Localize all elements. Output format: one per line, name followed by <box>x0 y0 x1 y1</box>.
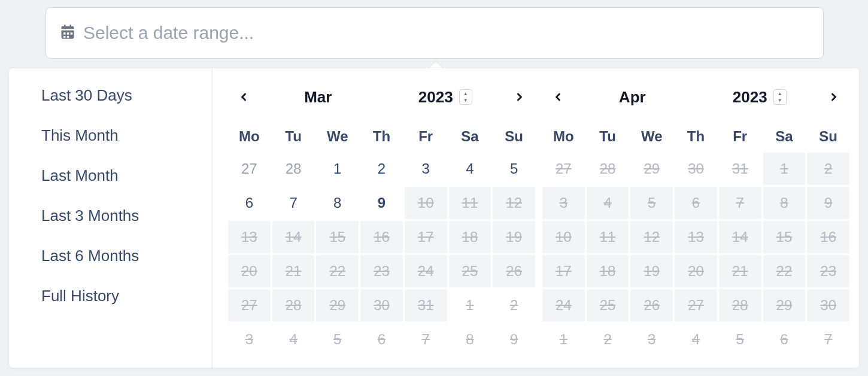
calendar-day: 21 <box>272 255 315 287</box>
calendar-day: 14 <box>272 221 315 253</box>
calendar-icon <box>59 23 76 43</box>
calendar-day: 29 <box>316 289 359 322</box>
calendar-day: 16 <box>807 221 849 253</box>
calendar-day: 27 <box>228 289 271 322</box>
day-of-week-header: Th <box>360 122 403 151</box>
calendar-day: 9 <box>807 187 849 219</box>
day-of-week-header: We <box>630 122 673 151</box>
preset-list: Last 30 Days This Month Last Month Last … <box>9 68 213 368</box>
calendar-panels: Mar 2023 ▲▼ MoTuWeThFrSaSu27281234567891… <box>213 68 859 368</box>
prev-month-button[interactable] <box>233 86 254 108</box>
calendar-day: 7 <box>807 323 849 356</box>
calendar-day: 6 <box>763 323 806 356</box>
calendar-day: 30 <box>360 289 403 322</box>
chevron-down-icon: ▼ <box>463 98 468 103</box>
preset-last-month[interactable]: Last Month <box>41 166 212 185</box>
calendar-day: 8 <box>763 187 806 219</box>
calendar-day[interactable]: 27 <box>228 153 271 185</box>
day-of-week-header: We <box>316 122 359 151</box>
preset-this-month[interactable]: This Month <box>41 126 212 145</box>
calendar-day: 2 <box>587 323 629 356</box>
calendar-day: 20 <box>228 255 271 287</box>
calendar-left-month[interactable]: Mar <box>254 88 382 107</box>
calendar-day: 24 <box>542 289 585 322</box>
calendar-day: 1 <box>449 289 491 322</box>
calendar-day[interactable]: 3 <box>405 153 447 185</box>
calendar-left-year: 2023 <box>418 88 453 107</box>
calendar-day: 16 <box>360 221 403 253</box>
preset-last-6-months[interactable]: Last 6 Months <box>41 247 212 265</box>
day-of-week-header: Tu <box>587 122 629 151</box>
calendar-day: 28 <box>272 289 315 322</box>
chevron-up-icon: ▲ <box>463 92 468 96</box>
calendar-day: 14 <box>719 221 761 253</box>
calendar-day: 29 <box>763 289 806 322</box>
day-of-week-header: Su <box>807 122 849 151</box>
calendar-day: 1 <box>763 153 806 185</box>
day-of-week-header: Fr <box>719 122 761 151</box>
calendar-day[interactable]: 6 <box>228 187 271 219</box>
calendar-day: 24 <box>405 255 447 287</box>
calendar-day: 25 <box>587 289 629 322</box>
calendar-day: 12 <box>493 187 535 219</box>
day-of-week-header: Su <box>493 122 535 151</box>
calendar-day: 12 <box>630 221 673 253</box>
calendar-day: 19 <box>630 255 673 287</box>
calendar-day: 7 <box>405 323 447 356</box>
calendar-day: 28 <box>719 289 761 322</box>
calendar-day: 20 <box>675 255 717 287</box>
calendar-day: 7 <box>719 187 761 219</box>
calendar-day: 26 <box>493 255 535 287</box>
calendar-day: 25 <box>449 255 491 287</box>
calendar-day: 6 <box>675 187 717 219</box>
next-month-button[interactable] <box>823 86 845 108</box>
calendar-day: 5 <box>316 323 359 356</box>
calendar-day: 5 <box>630 187 673 219</box>
day-of-week-header: Mo <box>228 122 271 151</box>
year-spinner-right[interactable]: ▲▼ <box>773 89 787 105</box>
day-of-week-header: Sa <box>449 122 491 151</box>
calendar-right-month[interactable]: Apr <box>569 88 696 107</box>
calendar-day: 10 <box>405 187 447 219</box>
calendar-day: 30 <box>807 289 849 322</box>
calendar-day: 21 <box>719 255 761 287</box>
calendar-day[interactable]: 4 <box>449 153 491 185</box>
calendar-day[interactable]: 1 <box>316 153 359 185</box>
calendar-left-grid: MoTuWeThFrSaSu27281234567891011121314151… <box>228 122 535 356</box>
calendar-day: 13 <box>228 221 271 253</box>
calendar-day: 11 <box>587 221 629 253</box>
calendar-day: 5 <box>719 323 761 356</box>
calendar-right: Apr 2023 ▲▼ MoTuWeThFrSaSu27282930311234… <box>539 81 853 368</box>
date-range-input[interactable]: Select a date range... <box>45 7 824 59</box>
calendar-day: 4 <box>675 323 717 356</box>
calendar-day: 1 <box>542 323 585 356</box>
calendar-day: 18 <box>587 255 629 287</box>
calendar-day: 22 <box>316 255 359 287</box>
year-spinner-left[interactable]: ▲▼ <box>459 89 472 105</box>
calendar-left: Mar 2023 ▲▼ MoTuWeThFrSaSu27281234567891… <box>224 81 539 368</box>
calendar-day[interactable]: 2 <box>360 153 403 185</box>
prev-month-button-right[interactable] <box>547 86 569 108</box>
calendar-day: 30 <box>675 153 717 185</box>
calendar-day: 23 <box>360 255 403 287</box>
calendar-day: 18 <box>449 221 491 253</box>
day-of-week-header: Sa <box>763 122 806 151</box>
calendar-day[interactable]: 9 <box>360 187 403 219</box>
calendar-day[interactable]: 7 <box>272 187 315 219</box>
preset-last-3-months[interactable]: Last 3 Months <box>41 207 212 225</box>
calendar-day: 4 <box>272 323 315 356</box>
chevron-up-icon: ▲ <box>778 92 782 96</box>
calendar-day: 31 <box>405 289 447 322</box>
calendar-day[interactable]: 28 <box>272 153 315 185</box>
calendar-day: 10 <box>542 221 585 253</box>
calendar-day[interactable]: 8 <box>316 187 359 219</box>
calendar-day: 15 <box>763 221 806 253</box>
preset-last-30-days[interactable]: Last 30 Days <box>41 86 212 105</box>
calendar-day: 27 <box>675 289 717 322</box>
calendar-left-header: Mar 2023 ▲▼ <box>228 81 535 113</box>
next-month-button-left[interactable] <box>509 86 530 108</box>
calendar-day: 29 <box>630 153 673 185</box>
preset-full-history[interactable]: Full History <box>41 287 212 305</box>
calendar-day: 23 <box>807 255 849 287</box>
calendar-day[interactable]: 5 <box>493 153 535 185</box>
